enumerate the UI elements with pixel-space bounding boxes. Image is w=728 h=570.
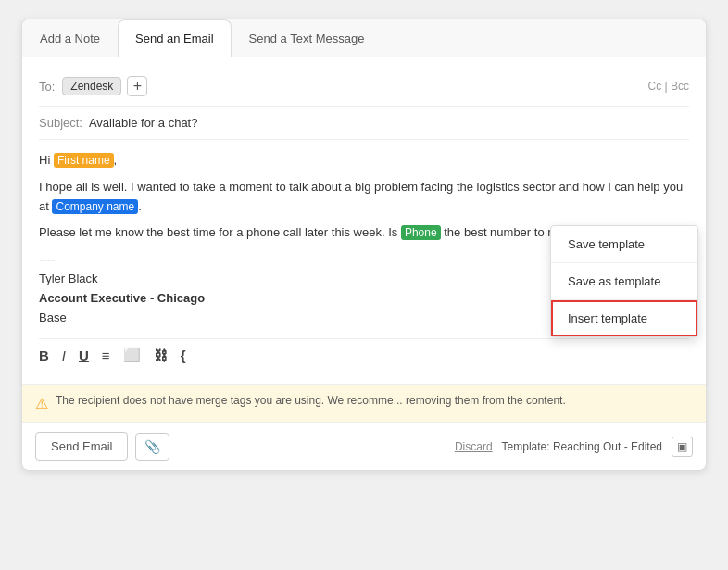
to-row: To: Zendesk + Cc | Bcc <box>39 70 689 107</box>
tab-send-text[interactable]: Send a Text Message <box>232 19 383 57</box>
tab-send-email[interactable]: Send an Email <box>118 19 232 57</box>
attach-icon: 📎 <box>144 439 160 454</box>
to-label: To: <box>39 80 55 94</box>
save-template-item[interactable]: Save template <box>551 226 697 263</box>
cc-bcc-link[interactable]: Cc | Bcc <box>648 80 689 93</box>
footer-right: Discard Template: Reaching Out - Edited … <box>455 437 693 457</box>
formatting-toolbar: B I U ≡ ⬜ ⛓ { Save template Save as temp… <box>39 338 689 371</box>
tabs-container: Add a Note Send an Email Send a Text Mes… <box>22 19 706 57</box>
code-button[interactable]: { <box>181 348 186 363</box>
greeting-line: Hi First name, <box>39 151 689 171</box>
email-footer: Send Email 📎 Discard Template: Reaching … <box>22 422 706 470</box>
save-as-template-item[interactable]: Save as template <box>551 263 697 300</box>
italic-button[interactable]: I <box>62 348 66 363</box>
company-tag: Company name <box>52 199 138 214</box>
bold-button[interactable]: B <box>39 348 49 363</box>
list-button[interactable]: ≡ <box>102 348 110 363</box>
warning-icon: ⚠ <box>35 395 48 412</box>
send-email-button[interactable]: Send Email <box>35 432 128 461</box>
phone-tag: Phone <box>401 225 441 240</box>
to-recipient[interactable]: Zendesk <box>62 77 121 95</box>
firstname-tag: First name <box>54 153 114 168</box>
add-recipient-button[interactable]: + <box>127 76 147 96</box>
attach-button[interactable]: 📎 <box>135 433 169 461</box>
tab-add-note[interactable]: Add a Note <box>22 19 118 57</box>
subject-label: Subject: <box>39 116 82 130</box>
warning-bar: ⚠ The recipient does not have merge tags… <box>22 384 706 422</box>
body-line1: I hope all is well. I wanted to take a m… <box>39 178 689 217</box>
discard-link[interactable]: Discard <box>455 440 493 453</box>
link-button[interactable]: ⛓ <box>154 348 168 363</box>
subject-value: Available for a chat? <box>89 116 198 130</box>
template-menu-icon[interactable]: ▣ <box>672 437 693 457</box>
insert-template-item[interactable]: Insert template <box>551 300 697 336</box>
email-card: Add a Note Send an Email Send a Text Mes… <box>21 19 707 471</box>
warning-text: The recipient does not have merge tags y… <box>56 394 566 407</box>
template-dropdown-menu: Save template Save as template Insert te… <box>550 225 698 337</box>
image-button[interactable]: ⬜ <box>123 347 141 363</box>
subject-row: Subject: Available for a chat? <box>39 107 689 140</box>
underline-button[interactable]: U <box>79 348 89 363</box>
template-name: Template: Reaching Out - Edited <box>502 440 662 453</box>
email-body: To: Zendesk + Cc | Bcc Subject: Availabl… <box>22 57 706 384</box>
